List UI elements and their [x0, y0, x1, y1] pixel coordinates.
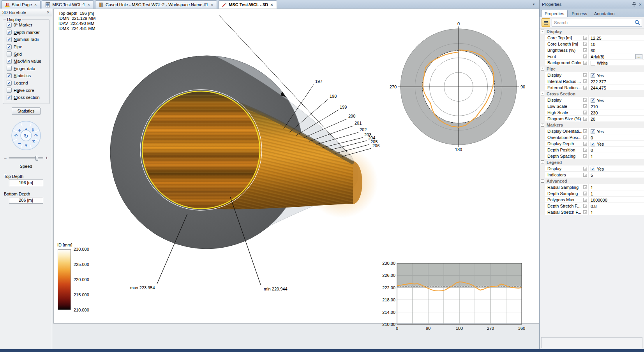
- checkbox[interactable]: ✓: [7, 73, 12, 78]
- property-value[interactable]: Arial(8)...: [589, 53, 644, 59]
- collapse-expander-icon[interactable]: −: [541, 92, 544, 95]
- checkbox[interactable]: ✓: [7, 37, 12, 42]
- display-group-label: Display: [6, 17, 22, 22]
- value-text: 1: [591, 154, 593, 159]
- property-row: Display Orientati...✓Yes: [540, 128, 644, 134]
- property-value[interactable]: 230: [589, 109, 644, 115]
- checkbox[interactable]: [7, 51, 12, 56]
- close-icon[interactable]: ×: [270, 3, 273, 7]
- value-checkbox[interactable]: ✓: [591, 167, 595, 171]
- bottom-depth-field[interactable]: [9, 197, 43, 204]
- value-text: 1: [591, 210, 593, 215]
- checkbox[interactable]: ✓: [7, 44, 12, 49]
- color-swatch[interactable]: [591, 61, 595, 65]
- checkbox[interactable]: [7, 66, 12, 71]
- property-value[interactable]: White: [589, 60, 644, 65]
- property-label: Depth Spacing: [545, 153, 582, 159]
- value-text: 244.475: [591, 86, 606, 90]
- property-value[interactable]: 20: [589, 116, 644, 121]
- value-text: 1000000: [591, 198, 607, 202]
- checkbox[interactable]: ✓: [7, 59, 12, 64]
- close-icon[interactable]: ×: [639, 2, 642, 7]
- tab-cased-hole-msc-test-wcl-2-workspace-name-1[interactable]: Cased Hole - MSC Test.WCL:2 - Workspace …: [95, 0, 217, 9]
- search-icon[interactable]: [634, 19, 640, 26]
- close-icon[interactable]: ×: [210, 3, 213, 7]
- display-checkbox-list: ✓0° Marker✓Depth marker✓Nominal radii✓Pi…: [7, 21, 49, 101]
- search-input[interactable]: [552, 20, 634, 25]
- property-value[interactable]: ✓Yes: [589, 141, 644, 146]
- display-option-0-marker: ✓0° Marker: [7, 21, 49, 29]
- checkbox-label: Legend: [14, 81, 28, 85]
- property-value[interactable]: 5: [589, 172, 644, 178]
- close-icon[interactable]: ×: [87, 3, 90, 7]
- speed-minus-label: −: [4, 155, 7, 161]
- tab-list-dropdown-icon[interactable]: ▼: [532, 3, 535, 6]
- property-value[interactable]: 60: [589, 47, 644, 53]
- categorized-view-button[interactable]: [542, 18, 550, 27]
- property-value[interactable]: 1: [589, 209, 644, 215]
- value-checkbox[interactable]: ✓: [591, 129, 595, 134]
- property-value[interactable]: 0: [589, 134, 644, 140]
- property-value[interactable]: ✓Yes: [589, 97, 644, 103]
- checkbox[interactable]: ✓: [7, 81, 12, 86]
- tab-msc-test-wcl-1[interactable]: MSC Test.WCL:1×: [42, 0, 94, 9]
- row-gutter: [540, 84, 545, 90]
- depth-tick-label: 201: [355, 121, 362, 125]
- close-icon[interactable]: ×: [47, 10, 49, 15]
- checkbox[interactable]: [7, 88, 12, 93]
- statistics-button[interactable]: Statistics: [12, 107, 41, 115]
- display-groupbox: Display ✓0° Marker✓Depth marker✓Nominal …: [3, 19, 50, 104]
- property-value[interactable]: ✓Yes: [589, 165, 644, 171]
- properties-tab-properties[interactable]: Properties: [541, 10, 568, 17]
- property-value[interactable]: 222.377: [589, 78, 644, 84]
- row-gutter: [540, 53, 545, 59]
- row-gutter: [540, 35, 545, 40]
- property-default-icon: [583, 210, 587, 214]
- property-value[interactable]: 1000000: [589, 197, 644, 202]
- property-row: Display✓Yes: [540, 97, 644, 103]
- value-checkbox[interactable]: ✓: [591, 73, 595, 78]
- collapse-expander-icon[interactable]: −: [541, 30, 544, 33]
- speed-slider-track[interactable]: [9, 157, 43, 158]
- collapse-expander-icon[interactable]: −: [541, 123, 544, 127]
- property-value[interactable]: 12.25: [589, 35, 644, 40]
- collapse-expander-icon[interactable]: −: [541, 67, 544, 70]
- speed-slider-handle[interactable]: [35, 156, 38, 161]
- 3d-navigation-wheel[interactable]: ▲ ⇕ ↷ ⋈ ▼ − ↶ + ↻: [11, 120, 42, 151]
- collapse-expander-icon[interactable]: −: [541, 160, 544, 164]
- value-text: 12.25: [591, 36, 602, 40]
- properties-tab-annotation[interactable]: Annotation: [591, 10, 618, 17]
- section-name: Pipe: [544, 66, 556, 72]
- close-icon[interactable]: ×: [34, 3, 37, 7]
- checkbox[interactable]: ✓: [7, 23, 12, 28]
- property-value[interactable]: 0: [589, 147, 644, 153]
- property-default-icon: [583, 36, 587, 40]
- row-gutter: [540, 197, 545, 202]
- property-value[interactable]: 210: [589, 103, 644, 109]
- tab-msc-test-wcl-3d[interactable]: MSC Test.WCL - 3D×: [218, 0, 277, 9]
- row-gutter: [540, 209, 545, 215]
- collapse-expander-icon[interactable]: −: [541, 179, 544, 183]
- font-picker-button[interactable]: ...: [635, 54, 642, 59]
- property-value[interactable]: 10: [589, 41, 644, 47]
- checkbox[interactable]: ✓: [7, 30, 12, 35]
- tab-start-page[interactable]: Start Page×: [1, 0, 41, 9]
- value-checkbox[interactable]: ✓: [591, 142, 595, 146]
- top-depth-field[interactable]: [9, 180, 43, 186]
- property-value[interactable]: 1: [589, 153, 644, 159]
- property-value[interactable]: 1: [589, 184, 644, 190]
- property-value[interactable]: ✓Yes: [589, 128, 644, 134]
- property-row: Internal Radius ...222.377: [540, 78, 644, 84]
- property-value[interactable]: 244.475: [589, 84, 644, 90]
- 3d-viewport[interactable]: 197198199200201202203204205206 max 223.9…: [53, 9, 539, 324]
- property-value[interactable]: ✓Yes: [589, 72, 644, 78]
- property-value[interactable]: 0.8: [589, 203, 644, 209]
- pin-icon[interactable]: [632, 2, 636, 7]
- value-checkbox[interactable]: ✓: [591, 98, 595, 103]
- property-default-icon: [583, 48, 587, 52]
- property-section-pipe: −Pipe: [540, 66, 644, 72]
- checkbox[interactable]: ✓: [7, 95, 12, 100]
- property-value[interactable]: 1: [589, 190, 644, 196]
- properties-tab-process[interactable]: Process: [568, 10, 590, 17]
- value-text: 210: [591, 104, 598, 109]
